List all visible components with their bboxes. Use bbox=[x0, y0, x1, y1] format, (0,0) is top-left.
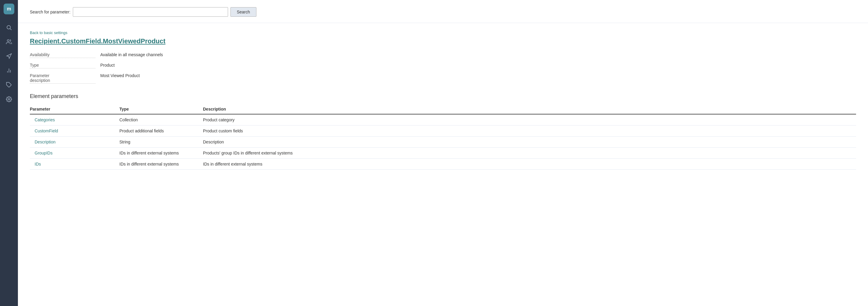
sidebar-item-users[interactable] bbox=[3, 36, 15, 48]
sidebar: m bbox=[0, 0, 18, 306]
params-table: Parameter Type Description CategoriesCol… bbox=[30, 104, 856, 170]
info-row-type: Type Product bbox=[30, 63, 856, 68]
info-value-parameter-description: Most Viewed Product bbox=[100, 73, 140, 78]
search-label: Search for parameter: bbox=[30, 9, 70, 15]
param-cell-description: Product custom fields bbox=[203, 126, 856, 137]
sidebar-item-analytics[interactable] bbox=[3, 64, 15, 77]
search-bar-area: Search for parameter: Search bbox=[18, 0, 868, 23]
param-link[interactable]: IDs bbox=[35, 162, 41, 166]
svg-point-7 bbox=[8, 99, 10, 100]
info-table: Availability Available in all message ch… bbox=[30, 52, 856, 84]
sidebar-item-integrations[interactable] bbox=[3, 79, 15, 91]
search-button[interactable]: Search bbox=[230, 7, 256, 17]
search-input[interactable] bbox=[73, 7, 228, 17]
page-title[interactable]: Recipient.CustomField.MostViewedProduct bbox=[30, 37, 856, 45]
sidebar-item-settings[interactable] bbox=[3, 93, 15, 105]
table-row: IDsIDs in different external systemsIDs … bbox=[30, 159, 856, 170]
param-link[interactable]: CustomField bbox=[35, 129, 58, 133]
app-logo[interactable]: m bbox=[4, 4, 14, 15]
table-row: DescriptionStringDescription bbox=[30, 137, 856, 148]
param-link[interactable]: Description bbox=[35, 140, 56, 144]
param-cell-description: IDs in different external systems bbox=[203, 159, 856, 170]
col-header-description: Description bbox=[203, 104, 856, 114]
info-key-availability: Availability bbox=[30, 52, 95, 58]
param-cell-parameter: GroupIDs bbox=[30, 148, 119, 159]
svg-point-0 bbox=[7, 25, 10, 29]
svg-point-2 bbox=[7, 40, 9, 42]
main-content: Search for parameter: Search Back to bas… bbox=[18, 0, 868, 306]
table-row: CustomFieldProduct additional fieldsProd… bbox=[30, 126, 856, 137]
element-parameters-section: Element parameters Parameter Type Descri… bbox=[30, 93, 856, 170]
param-cell-parameter: Description bbox=[30, 137, 119, 148]
info-row-parameter-description: Parameterdescription Most Viewed Product bbox=[30, 73, 856, 84]
sidebar-item-campaigns[interactable] bbox=[3, 50, 15, 62]
table-row: CategoriesCollectionProduct category bbox=[30, 114, 856, 126]
content-area: Back to basic settings Recipient.CustomF… bbox=[18, 23, 868, 177]
param-cell-type: IDs in different external systems bbox=[119, 148, 203, 159]
info-key-type: Type bbox=[30, 63, 95, 68]
back-link[interactable]: Back to basic settings bbox=[30, 30, 67, 35]
param-link[interactable]: GroupIDs bbox=[35, 150, 53, 156]
info-row-availability: Availability Available in all message ch… bbox=[30, 52, 856, 58]
param-cell-parameter: CustomField bbox=[30, 126, 119, 137]
info-value-type: Product bbox=[100, 63, 115, 67]
info-value-availability: Available in all message channels bbox=[100, 52, 163, 57]
param-cell-type: IDs in different external systems bbox=[119, 159, 203, 170]
param-cell-parameter: Categories bbox=[30, 114, 119, 126]
param-cell-description: Products' group IDs in different externa… bbox=[203, 148, 856, 159]
sidebar-item-search[interactable] bbox=[3, 22, 15, 33]
col-header-parameter: Parameter bbox=[30, 104, 119, 114]
param-link[interactable]: Categories bbox=[35, 117, 55, 122]
table-row: GroupIDsIDs in different external system… bbox=[30, 148, 856, 159]
element-parameters-title: Element parameters bbox=[30, 93, 856, 100]
param-cell-type: Product additional fields bbox=[119, 126, 203, 137]
table-header-row: Parameter Type Description bbox=[30, 104, 856, 114]
param-cell-type: String bbox=[119, 137, 203, 148]
param-cell-type: Collection bbox=[119, 114, 203, 126]
param-cell-description: Product category bbox=[203, 114, 856, 126]
param-cell-parameter: IDs bbox=[30, 159, 119, 170]
svg-line-1 bbox=[10, 29, 12, 30]
param-cell-description: Description bbox=[203, 137, 856, 148]
col-header-type: Type bbox=[119, 104, 203, 114]
info-key-parameter-description: Parameterdescription bbox=[30, 73, 95, 84]
